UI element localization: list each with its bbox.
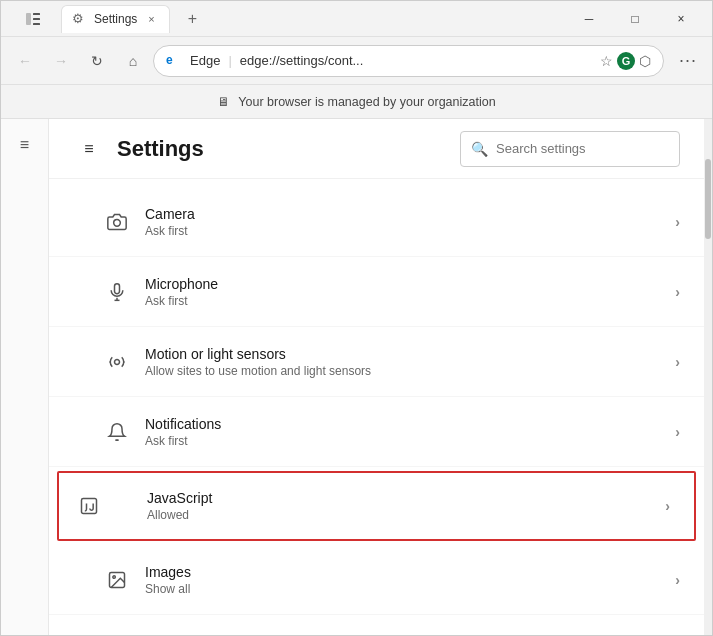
images-content: Images Show all <box>145 564 675 596</box>
settings-item-microphone[interactable]: Microphone Ask first › <box>49 257 704 327</box>
managed-banner: 🖥 Your browser is managed by your organi… <box>1 85 712 119</box>
motion-sensors-content: Motion or light sensors Allow sites to u… <box>145 346 675 378</box>
tab-close-btn[interactable]: × <box>143 11 159 27</box>
forward-button[interactable]: → <box>45 45 77 77</box>
sidebar-toggle[interactable] <box>9 1 57 37</box>
microphone-icon <box>105 280 129 304</box>
titlebar: ⚙ Settings × + ─ □ × <box>1 1 712 37</box>
hamburger-button[interactable]: ≡ <box>73 133 105 165</box>
managed-text: Your browser is managed by your organiza… <box>238 95 495 109</box>
refresh-icon: ↻ <box>91 53 103 69</box>
maximize-button[interactable]: □ <box>612 1 658 37</box>
notifications-subtitle: Ask first <box>145 434 675 448</box>
more-tools-button[interactable]: ··· <box>672 45 704 77</box>
settings-area: ≡ Settings 🔍 <box>49 119 704 635</box>
sidebar-menu-icon[interactable]: ≡ <box>7 127 43 163</box>
url-text: edge://settings/cont... <box>240 53 592 68</box>
refresh-button[interactable]: ↻ <box>81 45 113 77</box>
motion-sensors-chevron: › <box>675 354 680 370</box>
settings-list: Camera Ask first › <box>49 179 704 635</box>
javascript-icon <box>77 494 101 518</box>
svg-rect-0 <box>26 13 31 25</box>
back-button[interactable]: ← <box>9 45 41 77</box>
tab-title: Settings <box>94 12 137 26</box>
page-title: Settings <box>117 136 460 162</box>
svg-point-4 <box>114 219 121 226</box>
javascript-title: JavaScript <box>147 490 665 506</box>
javascript-subtitle: Allowed <box>147 508 665 522</box>
svg-rect-9 <box>82 499 97 514</box>
images-title: Images <box>145 564 675 580</box>
javascript-chevron: › <box>665 498 670 514</box>
svg-rect-1 <box>33 13 40 15</box>
edge-logo-icon: e <box>166 53 182 69</box>
notifications-content: Notifications Ask first <box>145 416 675 448</box>
new-tab-button[interactable]: + <box>178 5 206 33</box>
camera-chevron: › <box>675 214 680 230</box>
search-icon: 🔍 <box>471 141 488 157</box>
microphone-title: Microphone <box>145 276 675 292</box>
notifications-chevron: › <box>675 424 680 440</box>
scrollbar[interactable] <box>704 119 712 635</box>
microphone-content: Microphone Ask first <box>145 276 675 308</box>
svg-point-8 <box>115 359 120 364</box>
motion-sensors-icon <box>105 350 129 374</box>
images-icon <box>105 568 129 592</box>
addressbar: ← → ↻ ⌂ e Edge | edge://settings/cont...… <box>1 37 712 85</box>
camera-icon <box>105 210 129 234</box>
home-icon: ⌂ <box>129 53 137 69</box>
minimize-button[interactable]: ─ <box>566 1 612 37</box>
settings-header: ≡ Settings 🔍 <box>49 119 704 179</box>
camera-content: Camera Ask first <box>145 206 675 238</box>
address-bar[interactable]: e Edge | edge://settings/cont... ☆ G ⬡ <box>153 45 664 77</box>
window-controls: ─ □ × <box>566 1 704 37</box>
notifications-title: Notifications <box>145 416 675 432</box>
profile-icon[interactable]: G <box>617 52 635 70</box>
images-chevron: › <box>675 572 680 588</box>
forward-icon: → <box>54 53 68 69</box>
microphone-chevron: › <box>675 284 680 300</box>
settings-item-javascript[interactable]: JavaScript Allowed › <box>57 471 696 541</box>
managed-icon: 🖥 <box>217 95 230 109</box>
images-subtitle: Show all <box>145 582 675 596</box>
svg-rect-5 <box>115 283 120 293</box>
camera-subtitle: Ask first <box>145 224 675 238</box>
main-content: ≡ ≡ Settings 🔍 <box>1 119 712 635</box>
search-settings-box[interactable]: 🔍 <box>460 131 680 167</box>
active-tab[interactable]: ⚙ Settings × <box>61 5 170 33</box>
motion-sensors-subtitle: Allow sites to use motion and light sens… <box>145 364 675 378</box>
favorites-icon[interactable]: ☆ <box>600 53 613 69</box>
javascript-content: JavaScript Allowed <box>147 490 665 522</box>
notifications-icon <box>105 420 129 444</box>
svg-point-11 <box>113 575 116 578</box>
address-icons: ☆ G ⬡ <box>600 52 651 70</box>
svg-rect-3 <box>33 23 40 25</box>
settings-item-camera[interactable]: Camera Ask first › <box>49 187 704 257</box>
svg-rect-2 <box>33 18 40 20</box>
edge-label: Edge <box>190 53 220 68</box>
camera-title: Camera <box>145 206 675 222</box>
settings-item-notifications[interactable]: Notifications Ask first › <box>49 397 704 467</box>
microphone-subtitle: Ask first <box>145 294 675 308</box>
motion-sensors-title: Motion or light sensors <box>145 346 675 362</box>
search-settings-input[interactable] <box>496 141 669 156</box>
sidebar: ≡ <box>1 119 49 635</box>
collections-icon[interactable]: ⬡ <box>639 53 651 69</box>
settings-item-images[interactable]: Images Show all › <box>49 545 704 615</box>
settings-item-motion-sensors[interactable]: Motion or light sensors Allow sites to u… <box>49 327 704 397</box>
settings-tab-icon: ⚙ <box>72 11 88 27</box>
home-button[interactable]: ⌂ <box>117 45 149 77</box>
close-button[interactable]: × <box>658 1 704 37</box>
browser-window: ⚙ Settings × + ─ □ × ← → ↻ ⌂ e Edge | <box>0 0 713 636</box>
titlebar-left: ⚙ Settings × + <box>9 1 206 37</box>
back-icon: ← <box>18 53 32 69</box>
scrollbar-thumb[interactable] <box>705 159 711 239</box>
toolbar-icons: ··· <box>672 45 704 77</box>
